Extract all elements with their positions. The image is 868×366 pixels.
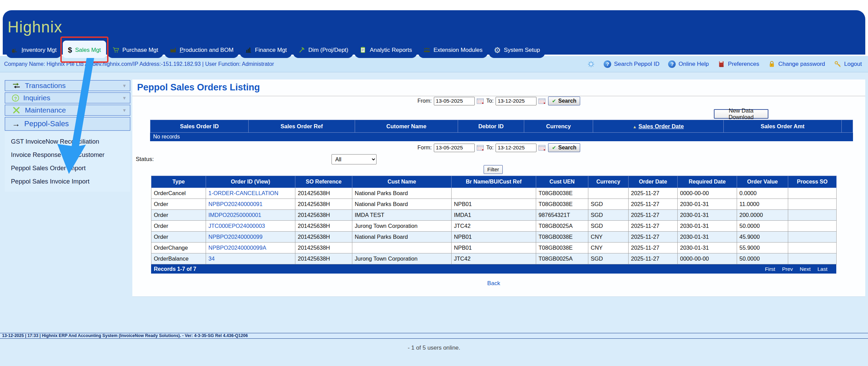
pagination: First Prev Next Last <box>765 266 827 272</box>
help-icon: ? <box>604 60 611 68</box>
from-date-input[interactable] <box>434 97 475 105</box>
tab-label: Dim (Proj/Dept) <box>308 47 348 54</box>
new-data-download-button[interactable]: New Data Download <box>714 109 768 119</box>
order-id-link[interactable]: JTC000EPO24000003 <box>208 223 265 229</box>
sidebar-section-inquiries[interactable]: ? Inquiries ▼ <box>5 92 130 103</box>
order-id-link[interactable]: NPBPO20240000099 <box>208 234 263 240</box>
tab-dim-proj-dept[interactable]: Dim (Proj/Dept) <box>293 43 353 58</box>
tab-inventory-mgt[interactable]: Inventory Mgt <box>6 43 62 58</box>
cell-cust-uen: T08GB0038E <box>536 188 588 199</box>
bar-chart-icon <box>245 46 252 54</box>
back-link[interactable]: Back <box>487 280 500 287</box>
tab-label: Analytic Reports <box>370 47 412 54</box>
sidebar-item-invoice-response-from-customer[interactable]: Invoice Response from Customer <box>11 151 127 159</box>
cell-order-id: 34 <box>206 253 295 264</box>
table-row: OrderBalance 34 201425638H Jurong Town C… <box>151 253 837 264</box>
cell-process-so <box>788 243 837 253</box>
tab-production-and-bom[interactable]: Production and BOM <box>164 43 239 58</box>
cell-cust-name <box>352 243 452 253</box>
search-peppol-id-link[interactable]: ? Search Peppol ID <box>604 60 659 68</box>
transfer-arrows-icon <box>12 82 21 89</box>
order-id-link[interactable]: NPBPO20240000099A <box>208 245 266 251</box>
cell-order-date: 2025-11-27 <box>629 243 678 253</box>
cell-cust-uen: T08GB0038E <box>536 243 588 253</box>
link-label: Change password <box>778 61 825 68</box>
order-id-link[interactable]: 34 <box>208 255 215 262</box>
col-process-so: Process SO <box>788 176 837 188</box>
pagination-first[interactable]: First <box>765 266 775 272</box>
cell-br-name: JTC42 <box>452 221 536 232</box>
orders-table-wrap: Type Order ID (View) SO Reference Cust N… <box>151 176 836 274</box>
cell-order-date: 2025-11-27 <box>629 210 678 221</box>
tab-analytic-reports[interactable]: Analytic Reports <box>354 43 417 58</box>
to-date-input[interactable] <box>496 144 536 152</box>
table-row: OrderChange NPBPO20240000099A 201425638H… <box>151 243 837 253</box>
preferences-link[interactable]: Preferences <box>718 60 759 68</box>
pagination-last[interactable]: Last <box>818 266 827 272</box>
change-password-link[interactable]: Change password <box>768 60 825 68</box>
tab-label: Inventory Mgt <box>21 47 57 54</box>
pagination-prev[interactable]: Prev <box>782 266 793 272</box>
pickaxe-icon <box>298 46 305 54</box>
tab-system-setup[interactable]: ⚙ System Setup <box>489 43 545 58</box>
col-type: Type <box>151 176 206 188</box>
col-sales-order-id: Sales Order ID <box>150 120 249 133</box>
tab-finance-mgt[interactable]: Finance Mgt <box>240 43 292 58</box>
to-date-input[interactable] <box>496 97 536 105</box>
sidebar-item-peppol-sales-order-import[interactable]: Peppol Sales Order Import <box>11 164 127 172</box>
sidebar-section-maintenance[interactable]: Maintenance ▼ <box>5 105 130 116</box>
from-label: From: <box>417 98 432 104</box>
chevron-down-icon: ▼ <box>122 96 127 101</box>
pagination-next[interactable]: Next <box>800 266 811 272</box>
calendar-icon[interactable] <box>477 145 484 151</box>
search-button[interactable]: ✔ Search <box>548 97 580 105</box>
filter-button[interactable]: Filter <box>484 165 503 174</box>
calendar-icon[interactable] <box>539 98 545 104</box>
order-id-link[interactable]: 1-ORDER-CANCELLATION <box>208 190 278 196</box>
cell-cust-name: National Parks Board <box>352 188 452 199</box>
calendar-icon[interactable] <box>477 98 484 104</box>
calendar-icon[interactable] <box>539 145 545 151</box>
tab-purchase-mgt[interactable]: Purchase Mgt <box>107 43 163 58</box>
tab-sales-mgt[interactable]: $ Sales Mgt <box>63 41 106 58</box>
sidebar: Transactions ▼ ? Inquiries ▼ Maintenance… <box>5 80 130 192</box>
peppol-orders-table: Type Order ID (View) SO Reference Cust N… <box>151 176 837 264</box>
chevron-down-icon: ▼ <box>122 108 127 113</box>
online-help-link[interactable]: ? Online Help <box>668 60 709 68</box>
tab-extension-modules[interactable]: Extension Modules <box>418 43 488 58</box>
tab-label: System Setup <box>504 47 540 54</box>
status-select[interactable]: All <box>332 154 377 164</box>
sort-link[interactable]: Sales Order Date <box>638 123 684 129</box>
report-icon <box>359 46 367 54</box>
sync-icon[interactable] <box>587 60 595 68</box>
cell-required-date: 2030-01-31 <box>678 210 737 221</box>
sidebar-section-transactions[interactable]: Transactions ▼ <box>5 80 130 91</box>
cell-cust-name: National Parks Board <box>352 232 452 243</box>
cell-type: Order <box>151 221 206 232</box>
from-date-input[interactable] <box>434 144 475 152</box>
factory-icon <box>170 46 177 54</box>
cell-type: OrderBalance <box>151 253 206 264</box>
sidebar-item-peppol-sales-invoice-import[interactable]: Peppol Sales Invoice Import <box>11 177 127 186</box>
order-id-link[interactable]: IMDPO20250000001 <box>208 212 261 218</box>
cell-required-date: 2030-01-31 <box>678 199 737 210</box>
cell-br-name: NPB01 <box>452 243 536 253</box>
sidebar-section-peppol-sales[interactable]: → Peppol-Sales <box>5 117 130 131</box>
new-data-download-label: New Data Download <box>717 107 766 120</box>
table-row: OrderCancel 1-ORDER-CANCELLATION 2014256… <box>151 188 837 199</box>
cell-currency: SGD <box>588 253 629 264</box>
col-sales-order-date[interactable]: ▲Sales Order Date <box>593 120 724 133</box>
sidebar-item-gst-invoicenow-reconciliation[interactable]: GST InvoiceNow Reconciliation <box>11 137 127 146</box>
page-title: Peppol Sales Orders Listing <box>137 82 260 92</box>
col-currency: Currency <box>524 120 593 133</box>
main-nav: Inventory Mgt $ Sales Mgt Purchase Mgt P… <box>6 41 546 58</box>
cell-so-reference: 201425638H <box>295 199 352 210</box>
back-link-wrap: Back <box>151 280 836 287</box>
search-button[interactable]: ✔ Search <box>548 143 580 152</box>
cell-currency: CNY <box>588 243 629 253</box>
cell-order-id: IMDPO20250000001 <box>206 210 295 221</box>
order-id-link[interactable]: NPBPO20240000091 <box>208 201 263 207</box>
logout-link[interactable]: Logout <box>834 60 862 68</box>
records-count: Records 1-7 of 7 <box>154 266 196 272</box>
cell-cust-name: Jurong Town Corporation <box>352 221 452 232</box>
